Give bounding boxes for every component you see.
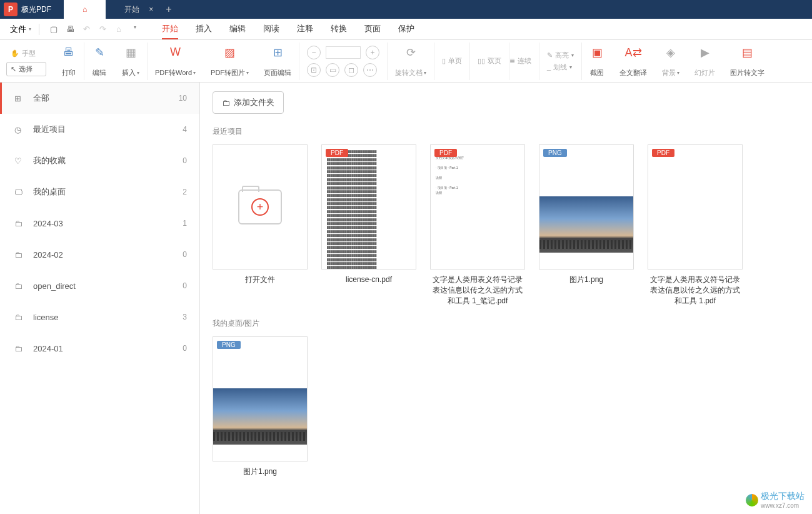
sidebar-item-1[interactable]: ◷最近项目4	[0, 114, 199, 145]
sidebar-item-4[interactable]: 🗀2024-031	[0, 208, 199, 239]
pdf-to-image-button[interactable]: ▨PDF转图片▾	[203, 43, 256, 80]
sidebar-item-8[interactable]: 🗀2024-010	[0, 333, 199, 364]
heart-icon: ♡	[14, 156, 27, 166]
page-edit-icon: ⊞	[270, 45, 285, 60]
file-card[interactable]: +打开文件	[213, 144, 308, 306]
save-icon[interactable]: 🖶	[64, 24, 76, 34]
ribbon: ✋手型 ↖选择 🖶打印 ✎编辑 ▦插入▾ WPDF转Word▾ ▨PDF转图片▾…	[0, 40, 812, 83]
caret-icon: ▾	[29, 26, 31, 32]
menubar: 文件 ▾ ▢ 🖶 ↶ ↷ ⌂ ▾ 开始 插入 编辑 阅读 注释 转换 页面 保护	[0, 19, 812, 40]
sidebar-item-7[interactable]: 🗀license3	[0, 301, 199, 333]
zoom-input[interactable]	[326, 46, 361, 59]
menu-tab-page[interactable]: 页面	[364, 19, 381, 39]
select-mode-button[interactable]: ↖选择	[6, 62, 46, 76]
tab-start[interactable]: 开始 ×	[106, 0, 158, 19]
folder-icon: 🗀	[14, 250, 27, 260]
add-folder-button[interactable]: 🗀 添加文件夹	[213, 91, 284, 114]
sidebar-item-5[interactable]: 🗀2024-020	[0, 239, 199, 270]
file-thumbnail: PDF标题文本示例文档文本预览示例行· 项目项 - Part 1说明· 项目项 …	[430, 144, 525, 270]
grid-icon: ⊞	[14, 94, 27, 103]
file-thumbnail: PNG	[539, 144, 634, 270]
app-logo: P	[4, 3, 18, 16]
sidebar-item-0[interactable]: ⊞全部10	[0, 83, 199, 114]
hand-icon: ✋	[11, 49, 19, 58]
quick-access-toolbar: ▢ 🖶 ↶ ↷ ⌂ ▾	[42, 24, 147, 34]
background-button[interactable]: ◈背景▾	[654, 43, 687, 80]
zoom-out-button[interactable]: −	[307, 46, 321, 59]
zoom-more-button[interactable]: ⋯	[363, 63, 377, 77]
image-icon: ▨	[223, 45, 238, 60]
close-icon[interactable]: ×	[149, 5, 153, 14]
edit-button[interactable]: ✎编辑	[84, 43, 114, 80]
translate-button[interactable]: A⇄全文翻译	[612, 43, 654, 80]
home-icon: ⌂	[83, 5, 87, 14]
file-name: 图片1.png	[213, 466, 308, 477]
underline-icon: _	[547, 63, 551, 71]
undo-icon[interactable]: ↶	[81, 24, 92, 34]
single-page-button[interactable]: ▯单页	[442, 56, 462, 66]
watermark: 极光下载站 www.xz7.com	[746, 491, 804, 509]
menu-tab-insert[interactable]: 插入	[196, 19, 212, 39]
print-button[interactable]: 🖶打印	[54, 43, 84, 80]
highlight-icon: ✎	[547, 51, 553, 59]
folder-icon: 🗀	[14, 344, 27, 353]
menu-tab-start[interactable]: 开始	[162, 19, 178, 39]
file-menu[interactable]: 文件 ▾	[5, 21, 36, 38]
continuous-button[interactable]: ≣连续	[509, 56, 531, 66]
home-quick-icon[interactable]: ⌂	[113, 24, 124, 34]
img-to-text-button[interactable]: ▤图片转文字	[723, 43, 772, 80]
new-tab-button[interactable]: +	[158, 4, 179, 15]
menu-tab-edit[interactable]: 编辑	[229, 19, 246, 39]
tab-home[interactable]: ⌂	[64, 0, 106, 19]
file-card[interactable]: PNG图片1.png	[539, 144, 634, 306]
monitor-icon: 🖵	[14, 188, 27, 197]
zoom-in-button[interactable]: +	[366, 46, 379, 59]
folder-icon: 🗀	[14, 281, 27, 291]
file-grid: PNG图片1.png	[213, 336, 799, 477]
section-title: 最近项目	[213, 126, 799, 137]
rotate-icon: ⟳	[403, 45, 418, 60]
app-name: 极光PDF	[21, 4, 51, 15]
edit-icon: ✎	[92, 45, 107, 60]
menu-tab-convert[interactable]: 转换	[331, 19, 347, 39]
sidebar-item-2[interactable]: ♡我的收藏0	[0, 145, 199, 176]
file-name: 文字是人类用表义符号记录表达信息以传之久远的方式和工具 1_笔记.pdf	[430, 275, 525, 306]
continuous-icon: ≣	[509, 57, 515, 65]
open-icon[interactable]: ▢	[48, 24, 59, 34]
underline-button[interactable]: _划线▾	[547, 63, 574, 72]
file-card[interactable]: PNG图片1.png	[213, 336, 308, 477]
file-name: 文字是人类用表义符号记录表达信息以传之久远的方式和工具 1.pdf	[648, 275, 743, 306]
sidebar: ⊞全部10◷最近项目4♡我的收藏0🖵我的桌面2🗀2024-031🗀2024-02…	[0, 83, 200, 514]
slideshow-button[interactable]: ▶幻灯片	[687, 43, 723, 80]
rotate-button[interactable]: ⟳旋转文档▾	[388, 43, 434, 80]
file-card[interactable]: PDF文字是人类用表义符号记录表达信息以传之久远的方式和工具 1.pdf	[648, 144, 743, 306]
file-card[interactable]: PDF█████████████████████████████████████…	[321, 144, 416, 306]
folder-icon: 🗀	[14, 219, 27, 228]
folder-icon: 🗀	[14, 313, 27, 322]
menu-tab-read[interactable]: 阅读	[263, 19, 279, 39]
redo-icon[interactable]: ↷	[97, 24, 108, 34]
screenshot-icon: ▣	[589, 45, 604, 60]
zoom-group: − + ⊡ ▭ ◻ ⋯	[299, 43, 388, 80]
sidebar-item-3[interactable]: 🖵我的桌面2	[0, 176, 199, 208]
file-card[interactable]: PDF标题文本示例文档文本预览示例行· 项目项 - Part 1说明· 项目项 …	[430, 144, 525, 306]
fit-width-button[interactable]: ⊡	[307, 63, 321, 77]
fit-page-button[interactable]: ▭	[326, 63, 339, 77]
highlight-button[interactable]: ✎高亮▾	[547, 51, 574, 60]
print-icon: 🖶	[61, 45, 76, 60]
menu-tab-protect[interactable]: 保护	[398, 19, 414, 39]
watermark-logo-icon	[746, 494, 758, 506]
menu-tab-annotate[interactable]: 注释	[297, 19, 313, 39]
sidebar-item-6[interactable]: 🗀open_direct0	[0, 270, 199, 301]
double-page-button[interactable]: ▯▯双页	[478, 56, 501, 66]
file-thumbnail: PNG	[213, 336, 308, 461]
actual-size-button[interactable]: ◻	[344, 63, 358, 77]
file-name: 图片1.png	[539, 275, 634, 285]
hand-mode-button[interactable]: ✋手型	[6, 46, 46, 61]
insert-button[interactable]: ▦插入▾	[114, 43, 148, 80]
page-edit-button[interactable]: ⊞页面编辑	[256, 43, 299, 80]
pdf-to-word-button[interactable]: WPDF转Word▾	[148, 43, 203, 80]
screenshot-button[interactable]: ▣截图	[582, 43, 612, 80]
single-icon: ▯	[442, 57, 446, 65]
qat-caret-icon[interactable]: ▾	[129, 24, 141, 34]
